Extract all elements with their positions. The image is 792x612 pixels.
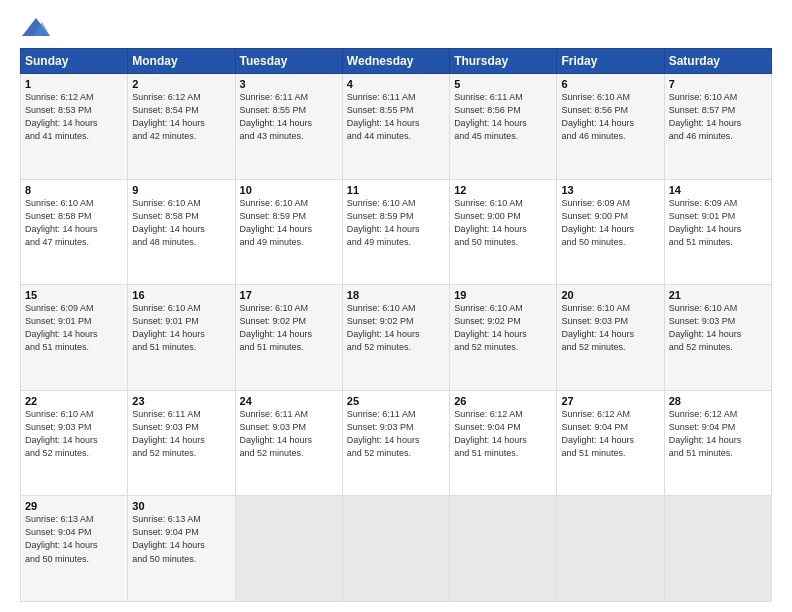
day-info: Sunrise: 6:10 AMSunset: 8:59 PMDaylight:… bbox=[240, 197, 338, 249]
day-info: Sunrise: 6:10 AMSunset: 8:57 PMDaylight:… bbox=[669, 91, 767, 143]
calendar-cell: 19Sunrise: 6:10 AMSunset: 9:02 PMDayligh… bbox=[450, 285, 557, 391]
calendar-cell: 28Sunrise: 6:12 AMSunset: 9:04 PMDayligh… bbox=[664, 390, 771, 496]
calendar-cell: 22Sunrise: 6:10 AMSunset: 9:03 PMDayligh… bbox=[21, 390, 128, 496]
day-info: Sunrise: 6:10 AMSunset: 9:02 PMDaylight:… bbox=[240, 302, 338, 354]
day-info: Sunrise: 6:11 AMSunset: 8:55 PMDaylight:… bbox=[240, 91, 338, 143]
day-info: Sunrise: 6:10 AMSunset: 9:03 PMDaylight:… bbox=[25, 408, 123, 460]
calendar-cell: 15Sunrise: 6:09 AMSunset: 9:01 PMDayligh… bbox=[21, 285, 128, 391]
day-number: 20 bbox=[561, 289, 659, 301]
day-info: Sunrise: 6:12 AMSunset: 8:54 PMDaylight:… bbox=[132, 91, 230, 143]
day-number: 26 bbox=[454, 395, 552, 407]
calendar-cell: 17Sunrise: 6:10 AMSunset: 9:02 PMDayligh… bbox=[235, 285, 342, 391]
day-info: Sunrise: 6:09 AMSunset: 9:00 PMDaylight:… bbox=[561, 197, 659, 249]
day-number: 5 bbox=[454, 78, 552, 90]
day-info: Sunrise: 6:10 AMSunset: 9:00 PMDaylight:… bbox=[454, 197, 552, 249]
day-info: Sunrise: 6:10 AMSunset: 8:58 PMDaylight:… bbox=[132, 197, 230, 249]
day-info: Sunrise: 6:10 AMSunset: 8:58 PMDaylight:… bbox=[25, 197, 123, 249]
calendar-cell bbox=[557, 496, 664, 602]
day-number: 10 bbox=[240, 184, 338, 196]
day-number: 19 bbox=[454, 289, 552, 301]
day-info: Sunrise: 6:12 AMSunset: 9:04 PMDaylight:… bbox=[669, 408, 767, 460]
day-number: 17 bbox=[240, 289, 338, 301]
day-number: 29 bbox=[25, 500, 123, 512]
calendar-cell: 9Sunrise: 6:10 AMSunset: 8:58 PMDaylight… bbox=[128, 179, 235, 285]
day-info: Sunrise: 6:09 AMSunset: 9:01 PMDaylight:… bbox=[25, 302, 123, 354]
day-number: 25 bbox=[347, 395, 445, 407]
day-info: Sunrise: 6:12 AMSunset: 9:04 PMDaylight:… bbox=[454, 408, 552, 460]
day-number: 21 bbox=[669, 289, 767, 301]
calendar-cell: 6Sunrise: 6:10 AMSunset: 8:56 PMDaylight… bbox=[557, 74, 664, 180]
calendar-cell: 30Sunrise: 6:13 AMSunset: 9:04 PMDayligh… bbox=[128, 496, 235, 602]
day-number: 18 bbox=[347, 289, 445, 301]
calendar-cell: 5Sunrise: 6:11 AMSunset: 8:56 PMDaylight… bbox=[450, 74, 557, 180]
calendar-cell: 21Sunrise: 6:10 AMSunset: 9:03 PMDayligh… bbox=[664, 285, 771, 391]
day-number: 14 bbox=[669, 184, 767, 196]
calendar-cell: 18Sunrise: 6:10 AMSunset: 9:02 PMDayligh… bbox=[342, 285, 449, 391]
day-info: Sunrise: 6:12 AMSunset: 9:04 PMDaylight:… bbox=[561, 408, 659, 460]
day-number: 7 bbox=[669, 78, 767, 90]
day-info: Sunrise: 6:12 AMSunset: 8:53 PMDaylight:… bbox=[25, 91, 123, 143]
page: SundayMondayTuesdayWednesdayThursdayFrid… bbox=[0, 0, 792, 612]
day-number: 24 bbox=[240, 395, 338, 407]
day-info: Sunrise: 6:10 AMSunset: 9:03 PMDaylight:… bbox=[561, 302, 659, 354]
day-number: 9 bbox=[132, 184, 230, 196]
calendar-cell: 3Sunrise: 6:11 AMSunset: 8:55 PMDaylight… bbox=[235, 74, 342, 180]
day-info: Sunrise: 6:09 AMSunset: 9:01 PMDaylight:… bbox=[669, 197, 767, 249]
calendar-cell: 20Sunrise: 6:10 AMSunset: 9:03 PMDayligh… bbox=[557, 285, 664, 391]
day-info: Sunrise: 6:10 AMSunset: 9:01 PMDaylight:… bbox=[132, 302, 230, 354]
calendar-cell: 27Sunrise: 6:12 AMSunset: 9:04 PMDayligh… bbox=[557, 390, 664, 496]
day-number: 28 bbox=[669, 395, 767, 407]
day-number: 30 bbox=[132, 500, 230, 512]
logo-icon bbox=[22, 16, 50, 38]
day-of-week-header: Saturday bbox=[664, 49, 771, 74]
calendar-cell: 4Sunrise: 6:11 AMSunset: 8:55 PMDaylight… bbox=[342, 74, 449, 180]
calendar-cell: 1Sunrise: 6:12 AMSunset: 8:53 PMDaylight… bbox=[21, 74, 128, 180]
day-number: 27 bbox=[561, 395, 659, 407]
calendar-cell: 24Sunrise: 6:11 AMSunset: 9:03 PMDayligh… bbox=[235, 390, 342, 496]
day-info: Sunrise: 6:10 AMSunset: 8:59 PMDaylight:… bbox=[347, 197, 445, 249]
calendar-table: SundayMondayTuesdayWednesdayThursdayFrid… bbox=[20, 48, 772, 602]
day-number: 1 bbox=[25, 78, 123, 90]
logo bbox=[20, 16, 50, 38]
day-info: Sunrise: 6:11 AMSunset: 9:03 PMDaylight:… bbox=[132, 408, 230, 460]
day-info: Sunrise: 6:11 AMSunset: 8:55 PMDaylight:… bbox=[347, 91, 445, 143]
day-info: Sunrise: 6:13 AMSunset: 9:04 PMDaylight:… bbox=[25, 513, 123, 565]
day-number: 12 bbox=[454, 184, 552, 196]
day-number: 2 bbox=[132, 78, 230, 90]
day-info: Sunrise: 6:11 AMSunset: 9:03 PMDaylight:… bbox=[347, 408, 445, 460]
day-info: Sunrise: 6:10 AMSunset: 9:02 PMDaylight:… bbox=[347, 302, 445, 354]
calendar-cell: 11Sunrise: 6:10 AMSunset: 8:59 PMDayligh… bbox=[342, 179, 449, 285]
calendar-cell: 2Sunrise: 6:12 AMSunset: 8:54 PMDaylight… bbox=[128, 74, 235, 180]
header bbox=[20, 16, 772, 38]
day-of-week-header: Sunday bbox=[21, 49, 128, 74]
calendar-cell: 16Sunrise: 6:10 AMSunset: 9:01 PMDayligh… bbox=[128, 285, 235, 391]
day-info: Sunrise: 6:10 AMSunset: 8:56 PMDaylight:… bbox=[561, 91, 659, 143]
day-of-week-header: Wednesday bbox=[342, 49, 449, 74]
calendar-cell bbox=[235, 496, 342, 602]
day-info: Sunrise: 6:10 AMSunset: 9:02 PMDaylight:… bbox=[454, 302, 552, 354]
day-of-week-header: Friday bbox=[557, 49, 664, 74]
day-number: 11 bbox=[347, 184, 445, 196]
day-of-week-header: Monday bbox=[128, 49, 235, 74]
calendar-cell: 13Sunrise: 6:09 AMSunset: 9:00 PMDayligh… bbox=[557, 179, 664, 285]
day-number: 3 bbox=[240, 78, 338, 90]
calendar-cell: 26Sunrise: 6:12 AMSunset: 9:04 PMDayligh… bbox=[450, 390, 557, 496]
calendar-cell: 29Sunrise: 6:13 AMSunset: 9:04 PMDayligh… bbox=[21, 496, 128, 602]
day-number: 16 bbox=[132, 289, 230, 301]
calendar-cell: 7Sunrise: 6:10 AMSunset: 8:57 PMDaylight… bbox=[664, 74, 771, 180]
calendar-cell bbox=[664, 496, 771, 602]
day-of-week-header: Tuesday bbox=[235, 49, 342, 74]
calendar-cell: 23Sunrise: 6:11 AMSunset: 9:03 PMDayligh… bbox=[128, 390, 235, 496]
day-info: Sunrise: 6:13 AMSunset: 9:04 PMDaylight:… bbox=[132, 513, 230, 565]
day-number: 4 bbox=[347, 78, 445, 90]
logo-text bbox=[20, 16, 50, 38]
day-info: Sunrise: 6:11 AMSunset: 9:03 PMDaylight:… bbox=[240, 408, 338, 460]
calendar-cell bbox=[342, 496, 449, 602]
calendar-cell: 14Sunrise: 6:09 AMSunset: 9:01 PMDayligh… bbox=[664, 179, 771, 285]
calendar-cell: 8Sunrise: 6:10 AMSunset: 8:58 PMDaylight… bbox=[21, 179, 128, 285]
calendar-cell bbox=[450, 496, 557, 602]
calendar-cell: 10Sunrise: 6:10 AMSunset: 8:59 PMDayligh… bbox=[235, 179, 342, 285]
day-number: 22 bbox=[25, 395, 123, 407]
day-number: 6 bbox=[561, 78, 659, 90]
calendar-cell: 12Sunrise: 6:10 AMSunset: 9:00 PMDayligh… bbox=[450, 179, 557, 285]
